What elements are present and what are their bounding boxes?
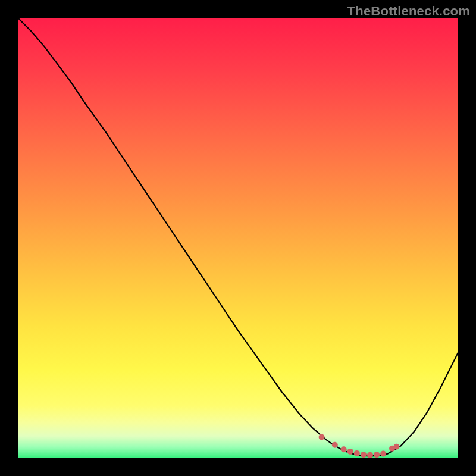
plot-area (18, 18, 458, 458)
svg-point-10 (393, 444, 399, 450)
curve-svg (18, 18, 458, 458)
bottleneck-line (18, 18, 458, 456)
watermark-text: TheBottleneck.com (347, 4, 470, 19)
chart-frame: TheBottleneck.com (0, 0, 476, 476)
svg-point-1 (332, 442, 338, 448)
svg-point-0 (319, 434, 325, 440)
svg-point-8 (380, 451, 386, 457)
svg-point-5 (361, 452, 367, 458)
svg-point-3 (347, 449, 353, 455)
svg-point-4 (354, 450, 360, 456)
svg-point-6 (367, 452, 373, 458)
svg-point-7 (374, 452, 380, 458)
svg-point-2 (341, 446, 347, 452)
